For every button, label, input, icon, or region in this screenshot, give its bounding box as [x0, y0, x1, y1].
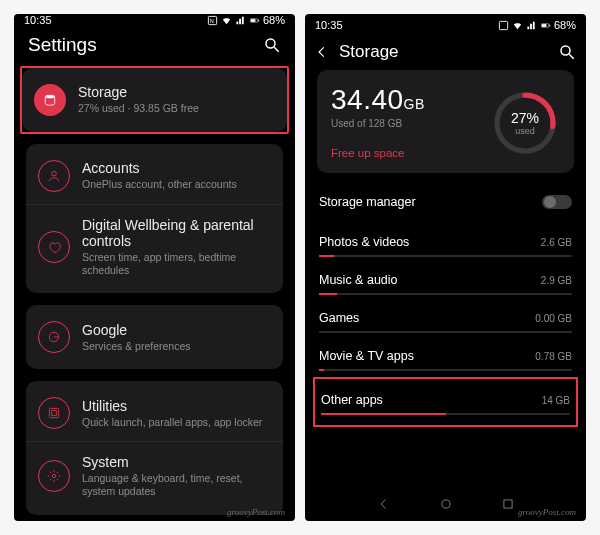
svg-point-23: [441, 500, 449, 508]
used-unit: GB: [404, 96, 425, 112]
status-bar: 10:35 68%: [305, 14, 586, 36]
svg-point-8: [52, 171, 57, 176]
storage-icon: [34, 84, 66, 116]
svg-point-19: [561, 46, 570, 55]
phone-storage: 10:35 68% Storage 34.40GB Used of 128 GB…: [305, 14, 586, 521]
row-title: Accounts: [82, 160, 237, 176]
highlight-storage: Storage 27% used · 93.85 GB free: [20, 66, 289, 134]
storage-manager-label: Storage manager: [319, 195, 416, 209]
storage-summary: 34.40GB Used of 128 GB Free up space 27%…: [317, 70, 574, 173]
cat-size: 0.00 GB: [535, 313, 572, 324]
row-wellbeing[interactable]: Digital Wellbeing & parental controls Sc…: [26, 204, 283, 289]
cat-name: Music & audio: [319, 273, 398, 287]
row-sub: Language & keyboard, time, reset, system…: [82, 472, 271, 498]
used-value: 34.40: [331, 84, 404, 115]
battery-pct: 68%: [554, 19, 576, 31]
utilities-icon: [38, 397, 70, 429]
phone-settings: 10:35 N 68% Settings: [14, 14, 295, 521]
row-title: Digital Wellbeing & parental controls: [82, 217, 271, 249]
cat-name: Movie & TV apps: [319, 349, 414, 363]
row-title: Google: [82, 322, 191, 338]
nav-back-icon[interactable]: [377, 497, 391, 515]
row-storage[interactable]: Storage 27% used · 93.85 GB free: [22, 72, 287, 128]
status-right: N 68%: [207, 14, 285, 26]
card-google: Google Services & preferences: [26, 305, 283, 369]
row-utilities[interactable]: Utilities Quick launch, parallel apps, a…: [26, 385, 283, 441]
cat-name: Other apps: [321, 393, 383, 407]
signal-icon: [526, 20, 537, 31]
row-accounts[interactable]: Accounts OnePlus account, other accounts: [26, 148, 283, 204]
row-title: System: [82, 454, 271, 470]
signal-icon: [235, 15, 246, 26]
bar-music: [319, 293, 572, 295]
bar-games: [319, 331, 572, 333]
page-title: Storage: [339, 42, 558, 62]
row-music[interactable]: Music & audio2.9 GB: [319, 261, 572, 295]
nfc-icon: N: [207, 15, 218, 26]
svg-rect-4: [258, 19, 259, 21]
bar-other: [321, 413, 570, 415]
watermark: groovyPost.com: [227, 507, 285, 517]
row-google[interactable]: Google Services & preferences: [26, 309, 283, 365]
page-title: Settings: [28, 34, 97, 56]
wellbeing-icon: [38, 231, 70, 263]
usage-ring: 27% used: [490, 88, 560, 158]
svg-rect-15: [499, 21, 507, 29]
row-storage-manager[interactable]: Storage manager: [305, 185, 586, 223]
svg-rect-10: [49, 409, 58, 418]
free-up-space-link[interactable]: Free up space: [331, 147, 490, 159]
nfc-icon: [498, 20, 509, 31]
battery-pct: 68%: [263, 14, 285, 26]
used-of: Used of 128 GB: [331, 118, 490, 129]
clock: 10:35: [24, 14, 52, 26]
category-list: Photos & videos2.6 GB Music & audio2.9 G…: [305, 223, 586, 375]
row-other-apps[interactable]: Other apps14 GB: [321, 381, 570, 415]
svg-rect-17: [542, 24, 547, 27]
svg-line-20: [569, 54, 574, 59]
battery-icon: [540, 20, 551, 31]
header: Settings: [14, 26, 295, 66]
cat-size: 2.6 GB: [541, 237, 572, 248]
svg-rect-24: [503, 500, 511, 508]
svg-text:N: N: [210, 17, 214, 23]
google-icon: [38, 321, 70, 353]
svg-rect-3: [251, 19, 256, 22]
nav-home-icon[interactable]: [439, 497, 453, 515]
row-photos[interactable]: Photos & videos2.6 GB: [319, 223, 572, 257]
nav-recent-icon[interactable]: [501, 497, 515, 515]
row-sub: OnePlus account, other accounts: [82, 178, 237, 191]
back-icon[interactable]: [315, 45, 329, 59]
toggle-storage-manager[interactable]: [542, 195, 572, 209]
system-icon: [38, 460, 70, 492]
svg-line-6: [274, 47, 279, 52]
status-bar: 10:35 N 68%: [14, 14, 295, 26]
row-system[interactable]: System Language & keyboard, time, reset,…: [26, 441, 283, 510]
row-movie[interactable]: Movie & TV apps0.78 GB: [319, 337, 572, 371]
wifi-icon: [221, 15, 232, 26]
header: Storage: [305, 36, 586, 70]
ring-sub: used: [515, 126, 535, 136]
watermark: groovyPost.com: [518, 507, 576, 517]
row-sub: Screen time, app timers, bedtime schedul…: [82, 251, 271, 277]
used-amount: 34.40GB: [331, 84, 490, 116]
search-icon[interactable]: [263, 36, 281, 54]
card-accounts-wellbeing: Accounts OnePlus account, other accounts…: [26, 144, 283, 293]
row-sub: Services & preferences: [82, 340, 191, 353]
cat-size: 14 GB: [542, 395, 570, 406]
highlight-other-apps: Other apps14 GB: [313, 377, 578, 427]
row-title: Utilities: [82, 398, 262, 414]
search-icon[interactable]: [558, 43, 576, 61]
wifi-icon: [512, 20, 523, 31]
row-games[interactable]: Games0.00 GB: [319, 299, 572, 333]
ring-pct: 27%: [511, 110, 539, 126]
svg-rect-18: [549, 24, 550, 26]
row-sub: 27% used · 93.85 GB free: [78, 102, 199, 115]
status-right: 68%: [498, 19, 576, 31]
clock: 10:35: [315, 19, 343, 31]
svg-point-12: [52, 475, 56, 479]
svg-rect-11: [52, 411, 57, 416]
row-sub: Quick launch, parallel apps, app locker: [82, 416, 262, 429]
cat-size: 2.9 GB: [541, 275, 572, 286]
row-title: Storage: [78, 84, 199, 100]
bar-photos: [319, 255, 572, 257]
